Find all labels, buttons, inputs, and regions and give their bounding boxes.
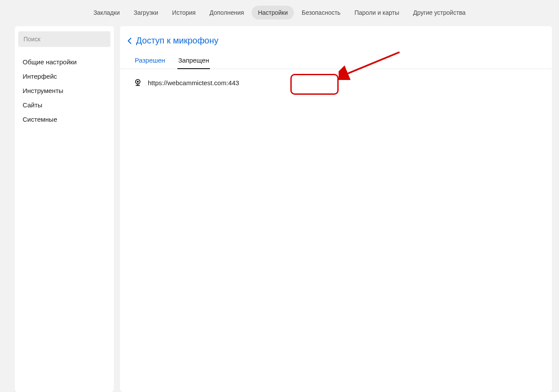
tab-allowed[interactable]: Разрешен (134, 55, 166, 69)
page-header: Доступ к микрофону (120, 26, 552, 48)
page-title: Доступ к микрофону (136, 36, 219, 46)
main-panel: Доступ к микрофону Разрешен Запрещен htt… (120, 26, 552, 392)
nav-bookmarks[interactable]: Закладки (87, 6, 126, 20)
nav-other-devices[interactable]: Другие устройства (407, 6, 472, 20)
nav-settings[interactable]: Настройки (252, 6, 294, 20)
nav-security[interactable]: Безопасность (296, 6, 346, 20)
sidebar-item-sites[interactable]: Сайты (18, 98, 110, 112)
top-nav: Закладки Загрузки История Дополнения Нас… (0, 0, 559, 21)
settings-sidebar: Общие настройки Интерфейс Инструменты Са… (15, 26, 114, 392)
sidebar-item-general[interactable]: Общие настройки (18, 55, 110, 69)
sidebar-item-interface[interactable]: Интерфейс (18, 69, 110, 83)
nav-history[interactable]: История (166, 6, 202, 20)
svg-point-1 (137, 81, 139, 83)
permission-tabs: Разрешен Запрещен (120, 48, 552, 69)
chevron-left-icon (127, 37, 132, 44)
nav-downloads[interactable]: Загрузки (127, 6, 164, 20)
search-input[interactable] (18, 31, 110, 47)
site-url: https://webcammictest.com:443 (148, 79, 239, 86)
tab-denied[interactable]: Запрещен (177, 55, 210, 69)
sidebar-item-system[interactable]: Системные (18, 112, 110, 126)
site-row[interactable]: https://webcammictest.com:443 (120, 69, 552, 96)
webcam-icon (134, 79, 142, 86)
back-button[interactable] (127, 37, 132, 44)
sidebar-item-tools[interactable]: Инструменты (18, 83, 110, 98)
nav-passwords-cards[interactable]: Пароли и карты (348, 6, 405, 20)
nav-addons[interactable]: Дополнения (203, 6, 250, 20)
